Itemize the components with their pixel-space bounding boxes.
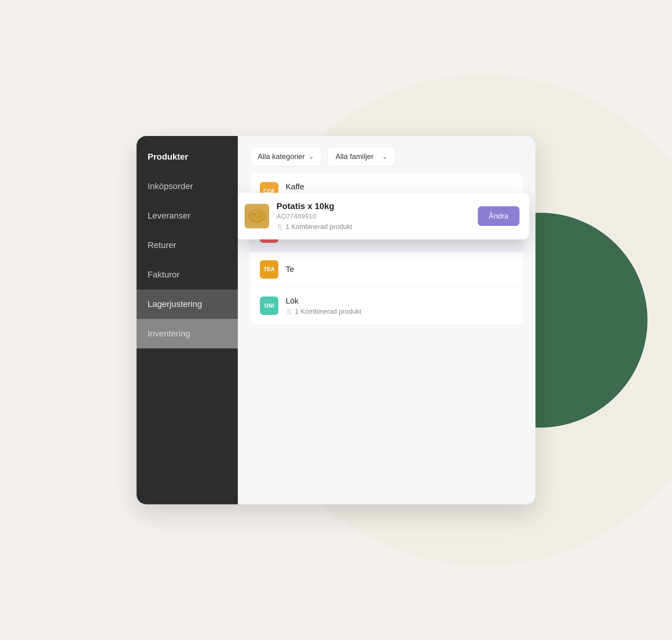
svg-point-6 (249, 209, 265, 222)
families-dropdown[interactable]: Alla familjer ⌄ (328, 147, 395, 166)
table-row[interactable]: ONI Lök 🍴 1 Kombinerad produkt (250, 288, 523, 324)
categories-dropdown[interactable]: Alla kategorier ⌄ (250, 147, 322, 166)
product-info-lok: Lök 🍴 1 Kombinerad produkt (286, 296, 513, 316)
sidebar-item-lagerjustering[interactable]: Lagerjustering (136, 289, 238, 319)
sidebar-item-inkopsorder[interactable]: Inköpsorder (136, 172, 238, 201)
sidebar-item-leveranser[interactable]: Leveranser (136, 201, 238, 231)
product-name-kaffe: Kaffe (286, 182, 513, 191)
sidebar-item-returer[interactable]: Returer (136, 231, 238, 260)
main-card: Produkter Inköpsorder Leveranser Returer… (136, 136, 536, 504)
product-name-lok: Lök (286, 296, 513, 306)
sidebar-item-inventering[interactable]: Inventering (136, 319, 238, 348)
popup-combined-icon: 🍴 (276, 223, 283, 230)
content-area: Alla kategorier ⌄ Alla familjer ⌄ COF Ka… (238, 136, 536, 504)
sidebar-item-fakturor[interactable]: Fakturor (136, 260, 238, 289)
popup-combined: 🍴 1 Kombinerad produkt (276, 223, 470, 231)
product-combined-lok: 🍴 1 Kombinerad produkt (286, 308, 513, 316)
sidebar: Produkter Inköpsorder Leveranser Returer… (136, 136, 238, 504)
andra-button[interactable]: Ändra (478, 206, 520, 226)
product-badge-tea: TEA (260, 260, 278, 279)
combined-icon: 🍴 (286, 308, 292, 315)
families-chevron-icon: ⌄ (382, 152, 388, 161)
popup-card: Potatis x 10kg AO77489910 🍴 1 Kombinerad… (238, 193, 529, 239)
categories-chevron-icon: ⌄ (308, 152, 314, 161)
popup-product-image (245, 204, 269, 228)
popup-product-info: Potatis x 10kg AO77489910 🍴 1 Kombinerad… (276, 201, 470, 231)
sidebar-item-produkter[interactable]: Produkter (136, 142, 238, 172)
product-badge-oni: ONI (260, 296, 278, 315)
popup-product-title: Potatis x 10kg (276, 201, 470, 211)
filter-bar: Alla kategorier ⌄ Alla familjer ⌄ (238, 136, 536, 173)
table-row[interactable]: TEA Te (250, 252, 523, 288)
product-info-te: Te (286, 265, 513, 274)
product-name-te: Te (286, 265, 513, 274)
popup-product-sku: AO77489910 (276, 213, 470, 220)
